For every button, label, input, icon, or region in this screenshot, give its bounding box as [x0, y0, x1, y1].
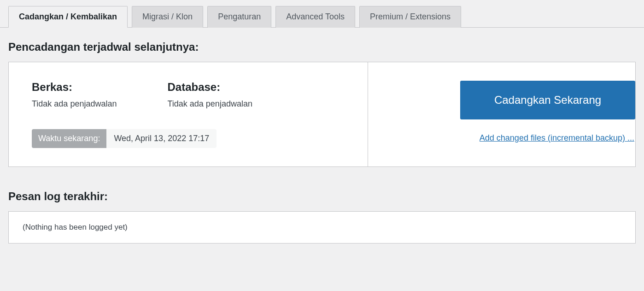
database-label: Database:: [167, 81, 252, 94]
schedule-left-panel: Berkas: Tidak ada penjadwalan Database: …: [9, 62, 368, 166]
schedule-box: Berkas: Tidak ada penjadwalan Database: …: [8, 62, 636, 167]
database-value: Tidak ada penjadwalan: [167, 99, 252, 109]
log-box: (Nothing has been logged yet): [8, 211, 636, 243]
tab-advanced-tools[interactable]: Advanced Tools: [275, 6, 355, 28]
main-content: Pencadangan terjadwal selanjutnya: Berka…: [0, 28, 644, 252]
last-log-heading: Pesan log terakhir:: [8, 190, 636, 203]
database-column: Database: Tidak ada penjadwalan: [167, 81, 252, 109]
current-time-value: Wed, April 13, 2022 17:17: [106, 129, 217, 148]
current-time-row: Waktu sekarang: Wed, April 13, 2022 17:1…: [32, 129, 345, 148]
log-empty-message: (Nothing has been logged yet): [23, 223, 128, 232]
files-value: Tidak ada penjadwalan: [32, 99, 117, 109]
schedule-columns: Berkas: Tidak ada penjadwalan Database: …: [32, 81, 345, 109]
files-label: Berkas:: [32, 81, 117, 94]
tabs-bar: Cadangkan / Kembalikan Migrasi / Klon Pe…: [0, 6, 644, 28]
tab-migrate-clone[interactable]: Migrasi / Klon: [132, 6, 203, 28]
files-column: Berkas: Tidak ada penjadwalan: [32, 81, 117, 109]
next-scheduled-backup-heading: Pencadangan terjadwal selanjutnya:: [8, 41, 636, 53]
schedule-right-panel: Cadangkan Sekarang Add changed files (in…: [368, 62, 635, 166]
incremental-backup-link[interactable]: Add changed files (incremental backup) .…: [480, 133, 634, 143]
backup-now-button[interactable]: Cadangkan Sekarang: [460, 81, 635, 119]
tab-premium-extensions[interactable]: Premium / Extensions: [359, 6, 461, 28]
current-time-label: Waktu sekarang:: [32, 129, 106, 148]
tab-settings[interactable]: Pengaturan: [207, 6, 271, 28]
tab-backup-restore[interactable]: Cadangkan / Kembalikan: [8, 6, 128, 28]
